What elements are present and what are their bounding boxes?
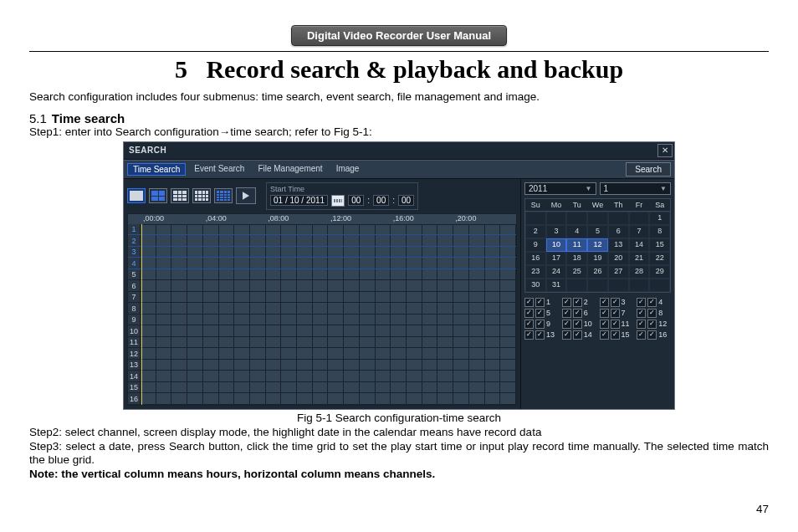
channel-master-checkbox[interactable]: ✓ bbox=[600, 330, 609, 340]
calendar-day[interactable]: 17 bbox=[546, 252, 567, 265]
channel-checkbox[interactable]: ✓ bbox=[647, 320, 657, 329]
calendar-day[interactable]: 10 bbox=[546, 238, 567, 252]
tab-time-search[interactable]: Time Search bbox=[127, 163, 186, 176]
viewmode-12[interactable] bbox=[192, 188, 211, 203]
time-h-field[interactable]: 00 bbox=[348, 195, 364, 206]
channel-master-checkbox[interactable]: ✓ bbox=[524, 309, 534, 318]
channel-master-checkbox[interactable]: ✓ bbox=[600, 320, 609, 329]
channel-checkbox[interactable]: ✓ bbox=[611, 309, 620, 318]
calendar-day[interactable]: 3 bbox=[546, 225, 567, 238]
date-field[interactable]: 01 / 10 / 2011 bbox=[270, 195, 328, 206]
timeline-row[interactable]: 13 bbox=[128, 360, 516, 371]
timeline-row[interactable]: 4 bbox=[128, 258, 516, 269]
close-button[interactable]: ✕ bbox=[657, 144, 673, 157]
channel-master-checkbox[interactable]: ✓ bbox=[562, 298, 571, 307]
timeline-row[interactable]: 10 bbox=[128, 325, 516, 337]
timeline-cells[interactable] bbox=[141, 303, 516, 314]
timeline-cells[interactable] bbox=[141, 315, 516, 325]
timeline-cells[interactable] bbox=[141, 258, 516, 269]
timeline-cells[interactable] bbox=[141, 360, 516, 371]
timeline-cells[interactable] bbox=[141, 325, 516, 336]
channel-checkbox[interactable]: ✓ bbox=[535, 298, 545, 307]
calendar-day[interactable]: 2 bbox=[525, 225, 546, 238]
viewmode-9[interactable] bbox=[171, 188, 189, 203]
channel-checkbox[interactable]: ✓ bbox=[535, 309, 545, 318]
calendar-day[interactable]: 11 bbox=[566, 238, 587, 252]
timeline-cells[interactable] bbox=[141, 337, 516, 348]
channel-master-checkbox[interactable]: ✓ bbox=[600, 309, 609, 318]
calendar-day[interactable]: 23 bbox=[525, 265, 546, 279]
timeline-row[interactable]: 14 bbox=[128, 371, 516, 382]
calendar-day[interactable]: 25 bbox=[566, 265, 587, 279]
channel-master-checkbox[interactable]: ✓ bbox=[524, 320, 534, 329]
timeline-row[interactable]: 3 bbox=[128, 247, 516, 258]
calendar-day[interactable]: 24 bbox=[546, 265, 567, 279]
timeline-cells[interactable] bbox=[141, 224, 516, 235]
time-m-field[interactable]: 00 bbox=[373, 195, 389, 206]
viewmode-1[interactable] bbox=[127, 188, 146, 203]
calendar-day[interactable]: 13 bbox=[608, 238, 629, 252]
channel-master-checkbox[interactable]: ✓ bbox=[524, 330, 534, 340]
timeline-row[interactable]: 1 bbox=[128, 224, 516, 236]
calendar-day[interactable]: 19 bbox=[587, 252, 608, 265]
time-s-field[interactable]: 00 bbox=[398, 195, 414, 206]
channel-master-checkbox[interactable]: ✓ bbox=[562, 320, 571, 329]
search-button[interactable]: Search bbox=[626, 162, 671, 176]
tab-image[interactable]: Image bbox=[331, 163, 365, 176]
timeline-cells[interactable] bbox=[141, 292, 516, 303]
timeline-row[interactable]: 6 bbox=[128, 280, 516, 292]
calendar-day[interactable]: 28 bbox=[629, 265, 650, 279]
channel-checkbox[interactable]: ✓ bbox=[647, 309, 657, 318]
calendar-day[interactable]: 7 bbox=[629, 225, 650, 238]
play-button[interactable] bbox=[236, 187, 256, 204]
calendar-day[interactable]: 9 bbox=[525, 238, 546, 252]
calendar-day[interactable]: 16 bbox=[525, 252, 546, 265]
year-select[interactable]: 2011 ▼ bbox=[524, 182, 596, 195]
timeline-cells[interactable] bbox=[141, 393, 516, 404]
channel-checkbox[interactable]: ✓ bbox=[611, 298, 620, 307]
timeline-row[interactable]: 2 bbox=[128, 235, 516, 247]
calendar-day[interactable]: 31 bbox=[546, 279, 567, 292]
calendar-day[interactable]: 18 bbox=[566, 252, 587, 265]
calendar-day[interactable]: 29 bbox=[649, 265, 670, 279]
calendar-day[interactable]: 5 bbox=[587, 225, 608, 238]
channel-master-checkbox[interactable]: ✓ bbox=[637, 330, 646, 340]
channel-checkbox[interactable]: ✓ bbox=[535, 330, 545, 340]
play-cursor[interactable] bbox=[141, 224, 142, 405]
channel-master-checkbox[interactable]: ✓ bbox=[524, 298, 534, 307]
timeline-row[interactable]: 8 bbox=[128, 303, 516, 315]
calendar-day[interactable]: 22 bbox=[649, 252, 670, 265]
calendar-day[interactable]: 8 bbox=[649, 225, 670, 238]
tab-file-management[interactable]: File Management bbox=[253, 163, 327, 176]
viewmode-4[interactable] bbox=[149, 188, 167, 203]
calendar-day[interactable]: 27 bbox=[608, 265, 629, 279]
timeline-cells[interactable] bbox=[141, 235, 516, 246]
timeline-cells[interactable] bbox=[141, 348, 516, 359]
channel-checkbox[interactable]: ✓ bbox=[611, 330, 620, 340]
timeline-row[interactable]: 15 bbox=[128, 382, 516, 394]
channel-checkbox[interactable]: ✓ bbox=[573, 330, 582, 340]
timeline-row[interactable]: 16 bbox=[128, 393, 516, 405]
channel-checkbox[interactable]: ✓ bbox=[647, 330, 657, 340]
tab-event-search[interactable]: Event Search bbox=[189, 163, 249, 176]
calendar-day[interactable]: 14 bbox=[629, 238, 650, 252]
month-select[interactable]: 1 ▼ bbox=[600, 182, 672, 195]
calendar-day[interactable]: 20 bbox=[608, 252, 629, 265]
channel-checkbox[interactable]: ✓ bbox=[647, 298, 657, 307]
calendar-day[interactable]: 30 bbox=[525, 279, 546, 292]
timeline-cells[interactable] bbox=[141, 280, 516, 291]
calendar-day[interactable]: 15 bbox=[649, 238, 670, 252]
timeline-row[interactable]: 5 bbox=[128, 269, 516, 281]
timeline-row[interactable]: 12 bbox=[128, 348, 516, 360]
channel-checkbox[interactable]: ✓ bbox=[535, 320, 545, 329]
timeline-cells[interactable] bbox=[141, 269, 516, 280]
timeline-row[interactable]: 7 bbox=[128, 292, 516, 304]
calendar-day[interactable]: 1 bbox=[649, 212, 670, 225]
timeline-cells[interactable] bbox=[141, 382, 516, 393]
channel-checkbox[interactable]: ✓ bbox=[573, 320, 582, 329]
timeline-row[interactable]: 11 bbox=[128, 337, 516, 349]
channel-checkbox[interactable]: ✓ bbox=[573, 309, 582, 318]
calendar-icon[interactable] bbox=[331, 195, 345, 207]
timeline-cells[interactable] bbox=[141, 371, 516, 381]
channel-checkbox[interactable]: ✓ bbox=[573, 298, 582, 307]
